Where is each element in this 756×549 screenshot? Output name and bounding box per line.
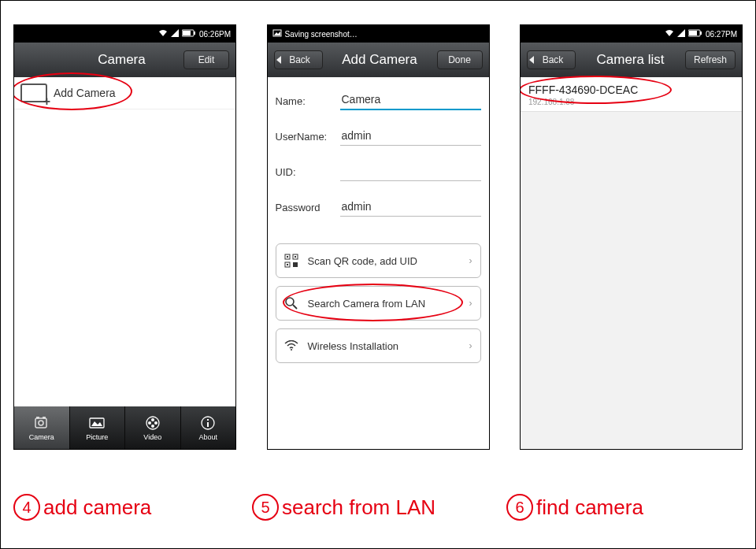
done-button[interactable]: Done [437,50,483,69]
header: Camera Edit [14,43,235,77]
camera-plus-icon [20,83,47,102]
page-title: Camera list [576,52,685,68]
header: Back Add Camera Done [268,43,489,77]
caption-4-text: add camera [43,495,151,520]
tab-picture[interactable]: Picture [70,406,126,449]
status-time: 06:27PM [706,30,737,39]
svg-rect-15 [207,419,209,421]
status-bar: 06:27PM [521,25,742,43]
step-captions: 4 add camera 5 search from LAN 6 find ca… [1,494,755,521]
add-camera-form: Name: UserName: UID: Password [268,77,489,449]
scan-qr-label: Scan QR code, add UID [308,255,417,267]
wifi-icon [665,29,674,39]
screen-add-camera: Saving screenshot… Back Add Camera Done … [267,24,490,450]
svg-line-27 [293,305,297,309]
wireless-install-button[interactable]: Wireless Installation › [276,328,481,363]
password-label: Password [276,202,340,217]
caption-5: 5 search from LAN [252,494,504,521]
screen-camera: 06:26PM Camera Edit Add Camera [13,24,236,450]
qr-icon [283,252,300,269]
caption-6-text: find camera [536,495,643,520]
search-icon [283,295,300,312]
svg-point-28 [291,349,292,351]
edit-button[interactable]: Edit [183,50,229,69]
page-title: Camera [60,52,183,68]
tab-video-label: Video [143,433,161,441]
field-name: Name: [276,77,481,113]
add-camera-label: Add Camera [54,87,116,99]
caption-5-text: search from LAN [282,495,435,520]
svg-rect-7 [90,418,104,428]
bottom-tabs: Camera Picture Video [14,406,235,449]
back-button[interactable]: Back [527,50,576,69]
camera-icon [33,414,50,432]
name-input[interactable] [340,90,481,110]
screenshot-icon [272,29,282,39]
camera-uid: FFFF-434690-DCEAC [528,83,734,96]
battery-icon [688,29,702,39]
field-username: UserName: [276,113,481,149]
wifi-icon [283,337,300,354]
picture-icon [88,414,106,432]
caption-4: 4 add camera [13,494,250,521]
svg-point-4 [39,421,43,425]
username-label: UserName: [276,131,340,146]
header: Back Camera list Refresh [521,43,742,77]
svg-point-13 [151,425,154,428]
svg-rect-31 [689,31,697,35]
field-password: Password [276,184,481,220]
camera-results: FFFF-434690-DCEAC 192.168.1.88 [521,77,742,449]
step-number-6: 6 [506,494,533,521]
page-title: Add Camera [323,52,437,68]
back-button[interactable]: Back [274,50,323,69]
status-toast: Saving screenshot… [285,30,358,39]
step-number-4: 4 [13,494,40,521]
svg-point-10 [148,421,151,425]
svg-point-11 [154,421,158,425]
camera-ip: 192.168.1.88 [528,98,734,106]
password-input[interactable] [340,197,481,217]
svg-marker-18 [274,32,280,35]
signal-icon [171,29,179,39]
status-bar: 06:26PM [14,25,235,43]
svg-rect-30 [700,32,702,35]
svg-rect-16 [207,422,209,427]
about-icon [199,414,217,432]
wireless-install-label: Wireless Installation [308,340,399,352]
tab-camera[interactable]: Camera [14,406,70,449]
signal-icon [677,29,685,39]
tab-video[interactable]: Video [125,406,181,449]
video-icon [144,414,161,432]
svg-rect-3 [35,418,46,428]
uid-input[interactable] [340,161,481,181]
uid-label: UID: [276,166,340,181]
svg-point-12 [151,418,154,421]
chevron-right-icon: › [469,298,472,309]
field-uid: UID: [276,149,481,184]
tab-about[interactable]: About [181,406,236,449]
tab-camera-label: Camera [29,433,54,441]
svg-rect-1 [194,32,195,35]
caption-6: 6 find camera [506,494,743,521]
svg-point-26 [286,298,294,306]
camera-list-body: Add Camera [14,77,235,406]
refresh-button[interactable]: Refresh [685,50,736,69]
svg-marker-8 [91,421,102,426]
svg-rect-25 [293,262,298,267]
wifi-icon [158,29,168,39]
username-input[interactable] [340,126,481,146]
name-label: Name: [276,95,340,110]
scan-qr-button[interactable]: Scan QR code, add UID › [276,243,481,278]
chevron-right-icon: › [469,255,472,266]
svg-rect-22 [287,256,288,258]
add-camera-row[interactable]: Add Camera [14,77,235,109]
search-lan-label: Search Camera from LAN [308,298,426,310]
screen-camera-list: 06:27PM Back Camera list Refresh FFFF-43… [520,24,743,450]
search-lan-button[interactable]: Search Camera from LAN › [276,286,481,321]
tab-picture-label: Picture [86,433,108,441]
camera-list-item[interactable]: FFFF-434690-DCEAC 192.168.1.88 [521,77,742,112]
step-number-5: 5 [252,494,279,521]
status-bar: Saving screenshot… [268,25,489,43]
battery-icon [182,29,196,39]
status-time: 06:26PM [199,30,231,39]
